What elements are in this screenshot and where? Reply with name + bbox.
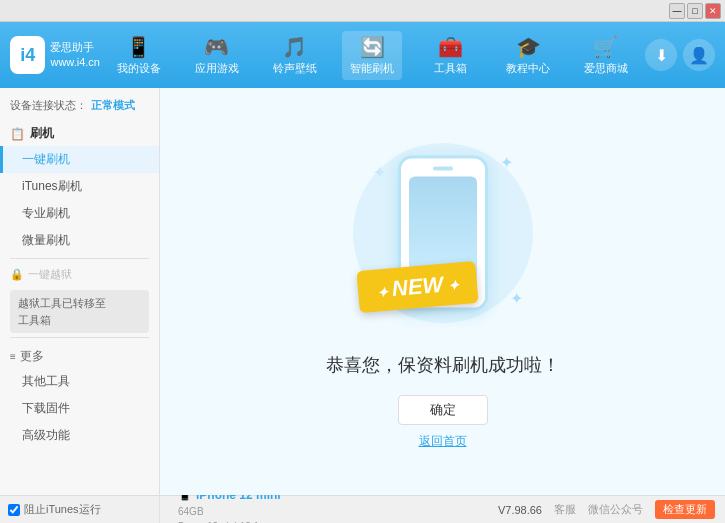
sidebar-item-itunes-flash[interactable]: iTunes刷机: [0, 173, 159, 200]
main: 设备连接状态： 正常模式 📋 刷机 一键刷机 iTunes刷机 专业刷机 微量刷…: [0, 88, 725, 495]
sidebar-item-advanced[interactable]: 高级功能: [0, 422, 159, 449]
ai-store-icon: 🛒: [593, 35, 618, 59]
user-icon: 👤: [689, 46, 709, 65]
download-icon: ⬇: [655, 46, 668, 65]
user-button[interactable]: 👤: [683, 39, 715, 71]
tutorials-icon: 🎓: [516, 35, 541, 59]
sidebar-item-one-click-flash[interactable]: 一键刷机: [0, 146, 159, 173]
back-home-link[interactable]: 返回首页: [419, 433, 467, 450]
device-status: 设备连接状态： 正常模式: [0, 92, 159, 117]
nav-ringtones[interactable]: 🎵 铃声壁纸: [265, 31, 325, 80]
sidebar: 设备连接状态： 正常模式 📋 刷机 一键刷机 iTunes刷机 专业刷机 微量刷…: [0, 88, 160, 495]
apps-games-icon: 🎮: [204, 35, 229, 59]
nav-my-device[interactable]: 📱 我的设备: [109, 31, 169, 80]
flash-section: 📋 刷机 一键刷机 iTunes刷机 专业刷机 微量刷机: [0, 121, 159, 254]
sidebar-item-micro-flash[interactable]: 微量刷机: [0, 227, 159, 254]
version-label: V7.98.66: [498, 504, 542, 516]
ringtones-icon: 🎵: [282, 35, 307, 59]
smart-flash-icon: 🔄: [360, 35, 385, 59]
toolbox-icon: 🧰: [438, 35, 463, 59]
logo-icon: i4: [10, 36, 45, 74]
bottom-right: V7.98.66 客服 微信公众号 检查更新: [498, 500, 715, 519]
content-area: ✦ ✦ ✦ NEW 恭喜您，保资料刷机成功啦！ 确定 返回首页: [160, 88, 725, 495]
my-device-icon: 📱: [126, 35, 151, 59]
sidebar-item-download-firmware[interactable]: 下载固件: [0, 395, 159, 422]
more-section-header: ≡ 更多: [0, 342, 159, 368]
device-storage: 64GB: [178, 504, 281, 519]
download-button[interactable]: ⬇: [645, 39, 677, 71]
phone-speaker: [433, 167, 453, 171]
stop-itunes-bar: 阻止iTunes运行: [0, 495, 160, 523]
nav-ai-store[interactable]: 🛒 爱思商城: [576, 31, 636, 80]
logo[interactable]: i4 爱思助手 www.i4.cn: [10, 36, 100, 74]
header: i4 爱思助手 www.i4.cn 📱 我的设备 🎮 应用游戏 🎵 铃声壁纸 🔄…: [0, 22, 725, 88]
confirm-button[interactable]: 确定: [398, 395, 488, 425]
sidebar-divider-2: [10, 337, 149, 338]
jailbreak-disabled: 🔒 一键越狱: [0, 263, 159, 286]
stop-itunes-checkbox[interactable]: [8, 504, 20, 516]
sidebar-item-pro-flash[interactable]: 专业刷机: [0, 200, 159, 227]
maximize-button[interactable]: □: [687, 3, 703, 19]
nav-toolbox[interactable]: 🧰 工具箱: [420, 31, 480, 80]
jailbreak-notice: 越狱工具已转移至 工具箱: [10, 290, 149, 333]
sidebar-item-other-tools[interactable]: 其他工具: [0, 368, 159, 395]
close-button[interactable]: ✕: [705, 3, 721, 19]
lock-icon: 🔒: [10, 268, 24, 281]
nav-apps-games[interactable]: 🎮 应用游戏: [187, 31, 247, 80]
flash-section-header: 📋 刷机: [0, 121, 159, 146]
update-button[interactable]: 检查更新: [655, 500, 715, 519]
sidebar-divider-1: [10, 258, 149, 259]
header-right: ⬇ 👤: [645, 39, 715, 71]
wechat-link[interactable]: 微信公众号: [588, 502, 643, 517]
nav-tutorials[interactable]: 🎓 教程中心: [498, 31, 558, 80]
support-link[interactable]: 客服: [554, 502, 576, 517]
nav-smart-flash[interactable]: 🔄 智能刷机: [342, 31, 402, 80]
success-message: 恭喜您，保资料刷机成功啦！: [326, 353, 560, 377]
minimize-button[interactable]: —: [669, 3, 685, 19]
flash-section-icon: 📋: [10, 127, 25, 141]
logo-text: 爱思助手 www.i4.cn: [50, 40, 100, 71]
device-firmware: Down-12mini-13.1: [178, 519, 281, 524]
nav-items: 📱 我的设备 🎮 应用游戏 🎵 铃声壁纸 🔄 智能刷机 🧰 工具箱 🎓 教程中心…: [100, 31, 645, 80]
phone-illustration: ✦ ✦ ✦ NEW: [343, 133, 543, 333]
more-icon: ≡: [10, 351, 16, 362]
title-bar: — □ ✕: [0, 0, 725, 22]
